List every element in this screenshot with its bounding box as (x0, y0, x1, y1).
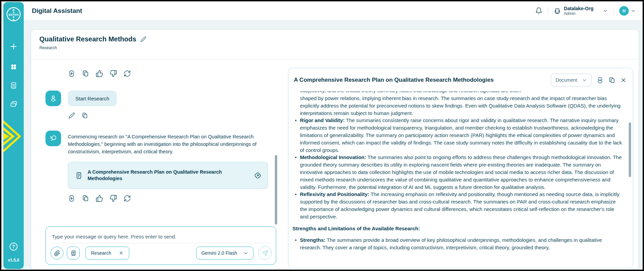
document-bullet: Strengths: The summaries provide a broad… (292, 236, 624, 251)
notifications-button[interactable] (535, 7, 543, 15)
model-select[interactable]: Gemini 2.0 Flash (196, 247, 253, 259)
chevron-down-icon (243, 251, 248, 256)
close-icon[interactable] (620, 77, 627, 83)
user-message-actions (69, 112, 88, 119)
copy-icon[interactable] (82, 195, 89, 202)
new-chat-button[interactable] (8, 41, 19, 52)
question-mark-icon: ? (12, 244, 15, 249)
edit-title-pencil-icon[interactable] (140, 36, 146, 42)
conversation-title: Qualitative Research Methods (39, 35, 136, 43)
send-plane-icon (262, 250, 268, 256)
bayer-logo-icon: B A BAYER E R (6, 7, 21, 22)
composer: Research Gemini 2.0 Flash (45, 226, 276, 265)
help-button[interactable]: ? (8, 241, 19, 252)
document-panel-header: A Comprehensive Research Plan on Qualita… (288, 68, 633, 90)
app-window: B A BAYER E R (0, 0, 644, 271)
thumbs-up-icon[interactable] (96, 195, 103, 202)
download-icon[interactable] (596, 77, 604, 84)
chevron-down-icon (631, 8, 636, 14)
artifact-card[interactable]: A Comprehensive Research Plan on Qualita… (68, 162, 268, 189)
knowledge-source-button[interactable] (67, 247, 80, 259)
document-icon (75, 172, 83, 179)
paperclip-icon (54, 250, 60, 256)
open-artifact-compass-icon[interactable] (253, 171, 262, 180)
knowledge-library-button[interactable] (8, 80, 19, 91)
document-type-value: Document (555, 77, 577, 83)
chat-scrollbar[interactable] (275, 155, 277, 225)
bell-icon (535, 7, 543, 15)
thumbs-down-icon[interactable] (110, 70, 117, 77)
assistant-message: Commencing research on "A Comprehensive … (68, 133, 271, 155)
message-input[interactable] (51, 230, 272, 243)
copy-icon[interactable] (608, 77, 615, 84)
context-chip[interactable]: Research (85, 247, 129, 259)
conversations-button[interactable] (8, 98, 19, 110)
copy-icon[interactable] (82, 70, 89, 77)
download-icon[interactable] (68, 70, 75, 77)
conversation-category: Research (31, 43, 639, 50)
user-avatar: SI (619, 6, 629, 16)
user-message-avatar (45, 91, 61, 106)
apps-menu-button[interactable] (8, 61, 19, 73)
document-panel: A Comprehensive Research Plan on Qualita… (288, 68, 633, 268)
chevron-down-icon (582, 78, 587, 83)
context-chip-label: Research (91, 250, 111, 256)
edit-pencil-icon[interactable] (69, 112, 75, 119)
divider (613, 7, 614, 15)
regenerate-icon[interactable] (124, 195, 131, 202)
apps-grid-icon (9, 62, 18, 71)
copy-icon[interactable] (81, 112, 88, 119)
regenerate-icon[interactable] (124, 70, 131, 77)
remove-chip-icon[interactable] (119, 251, 124, 255)
org-role: Admin (564, 11, 593, 16)
user-message-bubble: Start Research (68, 91, 117, 106)
conversation-card: Qualitative Research Methods Research St… (31, 30, 639, 269)
research-magnifier-icon (49, 134, 58, 143)
notebook-icon (70, 250, 77, 256)
app-version: v1.5.0 (3, 258, 24, 263)
yellow-chevron-decoration (3, 115, 24, 157)
top-bar: Digital Assistant Datalake-Org Admin (24, 1, 641, 21)
attach-file-button[interactable] (51, 247, 63, 259)
sidebar: B A BAYER E R (3, 2, 24, 269)
document-section-heading: Strengths and Limitations of the Availab… (292, 225, 624, 232)
org-switcher[interactable]: Datalake-Org Admin (554, 6, 608, 16)
document-scrollbar[interactable] (629, 122, 631, 177)
clipped-scrolled-line: subjectivity, and the critical theory su… (300, 91, 624, 95)
assistant-avatar (45, 131, 61, 146)
document-bullet-list: Strengths: The summaries provide a broad… (292, 236, 624, 251)
model-select-value: Gemini 2.0 Flash (201, 250, 237, 256)
thumbs-down-icon[interactable] (110, 195, 117, 202)
chat-bubbles-icon (10, 100, 18, 109)
conversation-header: Qualitative Research Methods Research (31, 30, 639, 59)
plus-icon (9, 42, 18, 51)
org-name: Datalake-Org (564, 6, 593, 11)
message-actions-row (68, 70, 131, 77)
document-paragraph: shaped by power relations, implying inhe… (300, 95, 624, 117)
document-title: A Comprehensive Research Plan on Qualita… (294, 77, 494, 83)
person-icon (49, 94, 58, 103)
send-button[interactable] (258, 246, 272, 260)
app-title: Digital Assistant (32, 7, 82, 15)
document-body: subjectivity, and the critical theory su… (292, 91, 624, 265)
artifact-title: A Comprehensive Research Plan on Qualita… (88, 169, 223, 182)
document-type-select[interactable]: Document (551, 74, 592, 86)
document-bullet: Methodological Innovation: The summaries… (292, 154, 624, 191)
notebook-icon (10, 81, 18, 90)
document-bullet: Reflexivity and Positionality: The incre… (292, 191, 624, 220)
user-menu[interactable]: SI (619, 6, 636, 16)
message-actions-row (68, 195, 131, 202)
document-actions (596, 77, 627, 84)
organization-icon (554, 7, 561, 15)
document-bullet: Rigor and Validity: The summaries consis… (292, 117, 624, 154)
chevron-down-icon (603, 8, 608, 14)
svg-text:R: R (13, 18, 15, 21)
thumbs-up-icon[interactable] (96, 70, 103, 77)
document-bullet-list: Rigor and Validity: The summaries consis… (292, 117, 624, 220)
divider (548, 7, 548, 15)
download-icon[interactable] (68, 195, 75, 202)
